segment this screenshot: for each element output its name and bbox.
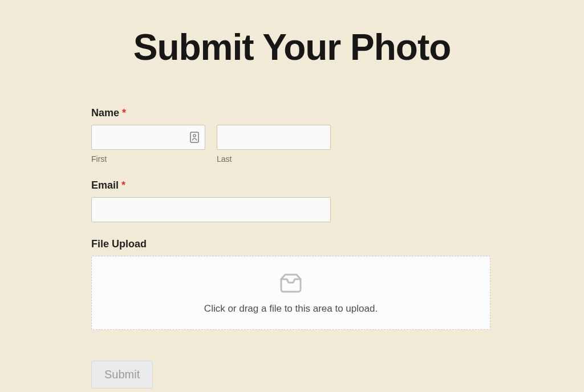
inbox-icon (278, 272, 303, 295)
first-name-input-wrap (91, 125, 205, 150)
first-name-input[interactable] (91, 125, 205, 150)
page-title: Submit Your Photo (91, 27, 493, 67)
name-row: First Last (91, 125, 490, 164)
name-label-text: Name (91, 107, 119, 119)
first-name-column: First (91, 125, 205, 164)
page-root: Submit Your Photo Name * (0, 0, 584, 392)
email-field-group: Email * (91, 179, 490, 222)
email-label: Email * (91, 179, 490, 191)
submit-button[interactable]: Submit (91, 361, 153, 389)
file-upload-hint: Click or drag a file to this area to upl… (103, 303, 478, 315)
svg-point-1 (193, 134, 196, 137)
last-name-sublabel: Last (217, 154, 331, 164)
email-input[interactable] (91, 197, 331, 222)
last-name-input[interactable] (217, 125, 331, 150)
last-name-column: Last (217, 125, 331, 164)
name-label: Name * (91, 107, 490, 119)
svg-rect-0 (190, 132, 198, 142)
contact-card-icon[interactable] (189, 132, 200, 143)
file-upload-dropzone[interactable]: Click or drag a file to this area to upl… (91, 256, 490, 330)
file-upload-label: File Upload (91, 238, 490, 250)
email-required-marker: * (121, 179, 125, 191)
file-upload-field-group: File Upload Click or drag a file to this… (91, 238, 490, 330)
email-label-text: Email (91, 179, 119, 191)
first-name-sublabel: First (91, 154, 205, 164)
submit-photo-form: Name * First (91, 107, 490, 389)
name-required-marker: * (122, 107, 126, 119)
name-field-group: Name * First (91, 107, 490, 164)
